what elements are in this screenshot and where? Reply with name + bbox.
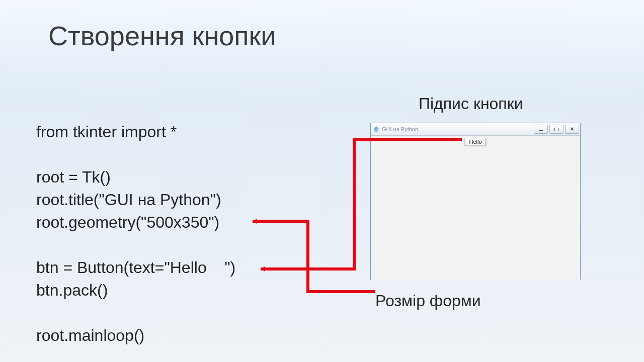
tk-feather-icon	[374, 126, 379, 132]
maximize-button[interactable]	[549, 125, 564, 134]
tk-window-buttons: ✕	[532, 125, 579, 134]
maximize-icon	[554, 128, 558, 131]
close-icon: ✕	[570, 127, 574, 132]
hello-button[interactable]: Hello	[464, 138, 486, 146]
tk-titlebar: GUI на Python ✕	[371, 123, 580, 136]
tk-window: GUI на Python ✕ Hello	[370, 123, 581, 280]
close-button[interactable]: ✕	[565, 125, 579, 134]
slide: Створення кнопки from tkinter import * r…	[0, 0, 644, 362]
arrow-form-to-code	[253, 221, 375, 292]
tk-window-title: GUI на Python	[382, 126, 418, 132]
slide-title: Створення кнопки	[48, 20, 276, 51]
minimize-button[interactable]	[534, 125, 548, 134]
label-button-caption: Підпис кнопки	[419, 95, 523, 113]
code-block: from tkinter import * root = Tk() root.t…	[36, 121, 235, 347]
minimize-icon	[539, 130, 543, 131]
tk-client-area: Hello	[371, 136, 580, 280]
label-form-size: Розмір форми	[375, 292, 481, 310]
